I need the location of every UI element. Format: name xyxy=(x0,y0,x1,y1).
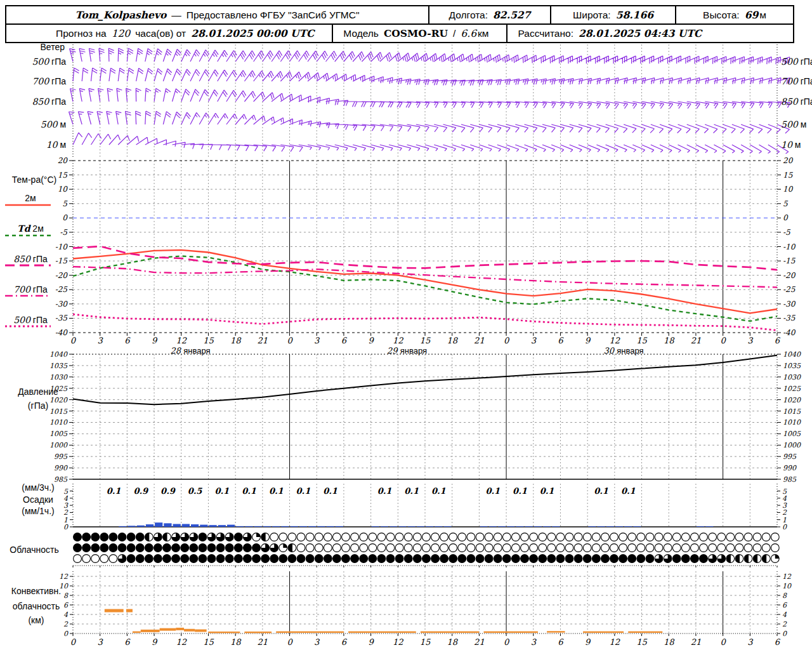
precip-bar xyxy=(525,526,533,527)
cloud-okta xyxy=(556,544,565,552)
wind-barb-row-850гПа xyxy=(70,88,790,109)
cloud-okta xyxy=(771,544,779,552)
cloud-okta xyxy=(342,544,350,552)
wind-barb-row-10м xyxy=(73,133,789,154)
svg-text:9: 9 xyxy=(585,637,591,647)
svg-text:0: 0 xyxy=(287,336,293,345)
cloud-okta xyxy=(181,544,189,552)
cloud-okta xyxy=(145,555,153,563)
svg-text:1030: 1030 xyxy=(49,373,68,381)
cloud-okta xyxy=(700,544,708,552)
svg-text:3: 3 xyxy=(747,336,754,345)
svg-text:12: 12 xyxy=(176,637,187,647)
cloud-okta xyxy=(136,555,144,563)
svg-text:0.1: 0.1 xyxy=(242,486,256,496)
cloud-okta xyxy=(449,544,457,552)
cloud-okta xyxy=(297,555,305,563)
cloud-okta xyxy=(109,544,117,552)
cloud-okta xyxy=(118,533,126,541)
cloud-okta xyxy=(100,533,108,541)
cloud-okta xyxy=(601,533,610,541)
cloud-okta xyxy=(413,555,421,563)
svg-text:18: 18 xyxy=(447,336,458,345)
cloud-okta xyxy=(297,544,305,552)
cloud-okta xyxy=(610,544,619,552)
cloud-okta xyxy=(565,533,573,541)
svg-text:4: 4 xyxy=(782,611,787,619)
cloud-okta xyxy=(681,533,690,541)
cloud-okta xyxy=(306,555,314,563)
svg-text:1000: 1000 xyxy=(49,441,68,449)
wind-level-850hpa-label-left: 850 гПа xyxy=(9,96,66,107)
precip-bar xyxy=(263,526,271,527)
cloud-okta xyxy=(163,544,171,552)
cloud-okta xyxy=(494,533,502,541)
precip-bar xyxy=(624,526,632,527)
svg-text:21: 21 xyxy=(474,336,485,345)
svg-text:-30: -30 xyxy=(55,300,69,308)
cloud-okta xyxy=(181,555,189,563)
cloud-okta xyxy=(351,555,359,563)
svg-text:-20: -20 xyxy=(783,271,796,280)
svg-text:0.1: 0.1 xyxy=(540,486,554,496)
cloud-okta xyxy=(574,533,582,541)
cloud-okta xyxy=(360,544,368,552)
svg-text:3: 3 xyxy=(531,336,537,345)
precip-bar xyxy=(299,526,307,527)
conv-cloud-bar xyxy=(421,632,480,633)
svg-text:-15: -15 xyxy=(783,256,796,265)
svg-text:10: 10 xyxy=(58,185,69,194)
precip-bar xyxy=(489,526,497,527)
cloud-okta xyxy=(244,555,252,563)
precip-bar xyxy=(697,526,704,527)
cloud-okta xyxy=(592,533,600,541)
svg-text:3: 3 xyxy=(98,637,104,647)
wind-barb-row-700гПа xyxy=(73,68,790,86)
cloud-okta xyxy=(386,544,395,552)
meteogram-page: Tom_Kolpashevo — Предоставлено ФГБУ "Зап… xyxy=(0,0,812,650)
precip-1h-unit-label: (мм/1ч.) xyxy=(10,506,66,516)
cloud-okta xyxy=(333,555,341,563)
cloud-okta xyxy=(234,555,242,563)
wind-level-10m-label-left: 10 м xyxy=(9,140,66,150)
svg-text:8: 8 xyxy=(782,592,787,600)
cloud-okta xyxy=(646,533,654,541)
precip-bar xyxy=(137,526,145,527)
cloud-okta xyxy=(297,533,305,541)
cloud-okta xyxy=(574,544,582,552)
svg-text:6: 6 xyxy=(341,336,348,345)
cloud-okta xyxy=(502,544,511,552)
svg-text:985: 985 xyxy=(783,475,797,484)
cloud-okta xyxy=(494,555,502,563)
svg-text:18: 18 xyxy=(664,637,675,647)
svg-text:1010: 1010 xyxy=(49,418,68,427)
cloud-okta xyxy=(154,555,162,563)
svg-text:21: 21 xyxy=(691,637,702,647)
precip-bar xyxy=(417,526,424,527)
cloud-okta xyxy=(672,555,681,563)
precip-bar xyxy=(254,526,262,527)
cloud-okta xyxy=(74,544,82,552)
svg-text:12: 12 xyxy=(610,637,620,647)
cloud-okta xyxy=(726,533,735,541)
svg-text:0.1: 0.1 xyxy=(377,486,392,496)
cloud-okta xyxy=(136,544,144,552)
cloud-okta xyxy=(467,544,475,552)
svg-text:6: 6 xyxy=(124,336,131,345)
conv-cloud-bar xyxy=(133,632,141,633)
precip-bar xyxy=(534,526,542,527)
svg-text:21: 21 xyxy=(258,336,268,345)
cloud-okta xyxy=(485,544,493,552)
svg-text:1015: 1015 xyxy=(783,408,801,416)
cloud-okta xyxy=(288,533,296,541)
cloud-okta xyxy=(458,533,466,541)
svg-text:12: 12 xyxy=(610,336,620,345)
cloud-okta xyxy=(270,533,278,541)
cloud-okta xyxy=(565,555,573,563)
wind-level-500m-label-left: 500 м xyxy=(9,119,66,129)
svg-text:0: 0 xyxy=(782,630,787,638)
svg-text:12: 12 xyxy=(59,573,69,581)
cloud-okta xyxy=(485,533,493,541)
svg-text:1030: 1030 xyxy=(783,373,801,381)
cloud-okta xyxy=(163,555,171,563)
